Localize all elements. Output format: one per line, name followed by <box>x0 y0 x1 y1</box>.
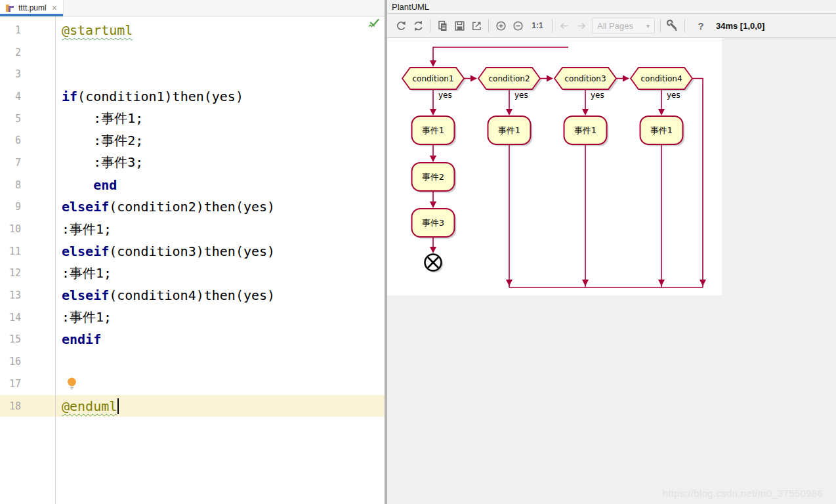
editor-line[interactable]: 7 :事件3; <box>0 152 385 174</box>
inspections-ok-icon[interactable] <box>367 15 381 30</box>
end-node <box>425 255 442 271</box>
pages-dropdown[interactable]: All Pages ▾ <box>592 18 655 33</box>
line-number: 13 <box>0 289 55 301</box>
editor-line[interactable]: 5 :事件1; <box>0 108 385 130</box>
code-line-text[interactable]: elseif(condition4)then(yes) <box>55 287 385 303</box>
code-token: elseif <box>62 287 109 303</box>
editor-line[interactable]: 2 <box>0 41 385 64</box>
code-line-text[interactable]: @startuml <box>55 22 385 38</box>
editor-tab-bar: tttt.puml × <box>0 0 385 16</box>
branch-label: yes <box>514 91 528 100</box>
editor-line[interactable]: 6 :事件2; <box>0 129 385 152</box>
activity-label: 事件1 <box>498 125 520 135</box>
line-number: 18 <box>0 400 55 412</box>
editor-line[interactable]: 8 end <box>0 174 385 196</box>
code-lines[interactable]: 1@startuml234if(condition1)then(yes)5 :事… <box>0 19 385 417</box>
editor-line[interactable]: 15endif <box>0 329 385 351</box>
condition-label: condition3 <box>564 74 606 83</box>
save-diagram-icon <box>454 20 465 32</box>
code-token: @enduml <box>62 398 117 414</box>
branch-label: yes <box>591 91 604 100</box>
intention-bulb-icon[interactable] <box>67 377 77 390</box>
csdn-watermark: https://blog.csdn.net/m0_37550986 <box>663 488 823 499</box>
editor-line[interactable]: 4if(condition1)then(yes) <box>0 85 385 108</box>
tab-close-icon[interactable]: × <box>52 3 57 12</box>
settings-button[interactable] <box>664 17 681 34</box>
help-button[interactable]: ? <box>688 17 713 34</box>
zoom-out-button[interactable] <box>509 17 526 34</box>
editor-line[interactable]: 3 <box>0 63 385 85</box>
export-diagram-button[interactable] <box>468 17 485 34</box>
code-line-text[interactable]: :事件1; <box>55 308 385 326</box>
copy-diagram-icon <box>437 20 448 32</box>
code-line-text[interactable]: :事件2; <box>55 132 385 150</box>
code-line-text[interactable]: :事件1; <box>55 110 385 127</box>
zoom-in-icon <box>495 20 507 32</box>
reload-all-button[interactable] <box>409 17 427 34</box>
code-line-text[interactable] <box>55 377 385 390</box>
code-token <box>62 177 93 193</box>
zoom-actual-size-button[interactable]: 1:1 <box>526 17 549 34</box>
code-line-text[interactable]: elseif(condition3)then(yes) <box>55 243 385 259</box>
preview-toolbar: 1:1 All Pages ▾ ? 34ms [1,0,0] <box>387 14 836 38</box>
refresh-button[interactable] <box>392 17 409 34</box>
branch-label: yes <box>667 91 680 100</box>
line-number: 11 <box>0 245 55 257</box>
toolbar-separator <box>488 19 489 32</box>
code-line-text[interactable]: :事件1; <box>55 220 385 238</box>
line-number: 2 <box>0 47 55 58</box>
code-line-text[interactable]: @enduml <box>55 398 385 414</box>
code-line-text[interactable]: :事件1; <box>55 264 385 282</box>
code-token: @startuml <box>62 22 133 38</box>
code-token: elseif <box>62 199 109 215</box>
forward-icon <box>575 20 587 32</box>
branch-label: yes <box>438 91 452 100</box>
condition-label: condition1 <box>412 74 453 83</box>
editor-line[interactable]: 16 <box>0 350 385 373</box>
else-connector <box>692 79 703 288</box>
code-token: elseif <box>62 243 109 259</box>
tab-label: tttt.puml <box>18 3 47 12</box>
editor-line[interactable]: 11elseif(condition3)then(yes) <box>0 240 385 262</box>
export-icon <box>471 20 482 32</box>
tab-tttt-puml[interactable]: tttt.puml × <box>0 0 64 16</box>
editor-line[interactable]: 9elseif(condition2)then(yes) <box>0 196 385 219</box>
copy-diagram-button[interactable] <box>434 17 451 34</box>
editor-line[interactable]: 18@enduml <box>0 395 385 417</box>
text-caret <box>117 398 119 414</box>
back-button[interactable] <box>556 17 573 34</box>
code-line-text[interactable]: if(condition1)then(yes) <box>55 89 385 104</box>
pages-dropdown-value: All Pages <box>597 21 633 31</box>
line-number: 17 <box>0 378 55 390</box>
toolbar-separator <box>660 19 661 32</box>
code-token: :事件2; <box>62 132 143 150</box>
line-number: 1 <box>0 24 55 36</box>
code-token: (condition4)then(yes) <box>109 287 275 303</box>
code-line-text[interactable]: end <box>55 177 385 193</box>
forward-button[interactable] <box>573 17 590 34</box>
chevron-down-icon: ▾ <box>646 22 650 30</box>
zoom-in-button[interactable] <box>492 17 509 34</box>
editor-line[interactable]: 14:事件1; <box>0 306 385 329</box>
toolbar-separator <box>684 19 685 32</box>
code-token: (condition1)then(yes) <box>77 89 243 104</box>
save-diagram-button[interactable] <box>451 17 468 34</box>
zoom-out-icon <box>512 20 524 32</box>
condition-label: condition2 <box>488 74 530 83</box>
code-token: :事件1; <box>62 110 143 127</box>
code-token: (condition2)then(yes) <box>109 199 275 215</box>
editor-line[interactable]: 10:事件1; <box>0 218 385 240</box>
code-line-text[interactable]: :事件3; <box>55 154 385 171</box>
code-token: if <box>62 89 77 104</box>
condition-label: condition4 <box>640 74 682 83</box>
editor-body[interactable]: 1@startuml234if(condition1)then(yes)5 :事… <box>0 16 385 504</box>
diagram-canvas[interactable]: condition1 condition2 condition3 conditi… <box>387 38 722 295</box>
code-line-text[interactable]: endif <box>55 331 385 347</box>
editor-line[interactable]: 13elseif(condition4)then(yes) <box>0 284 385 306</box>
code-line-text[interactable]: elseif(condition2)then(yes) <box>55 199 385 215</box>
code-token: :事件1; <box>62 220 112 238</box>
editor-line[interactable]: 12:事件1; <box>0 262 385 285</box>
editor-line[interactable]: 1@startuml <box>0 19 385 41</box>
editor-line[interactable]: 17 <box>0 373 385 395</box>
line-number: 3 <box>0 68 55 80</box>
